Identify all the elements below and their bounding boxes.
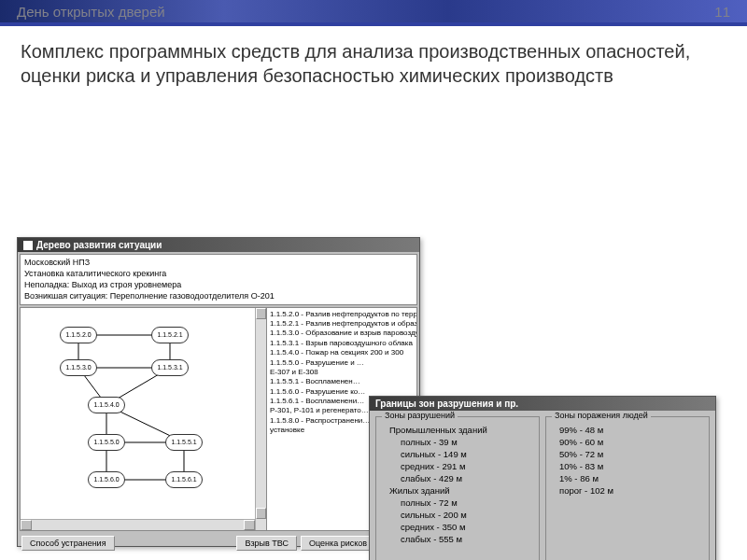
- scenario-item[interactable]: 1.1.5.2.1 - Разлив нефтепродуктов и обра…: [270, 319, 414, 329]
- injury-row: 10% - 83 м: [559, 461, 701, 471]
- scenario-item[interactable]: 1.1.5.5.0 - Разрушение и …: [270, 358, 414, 368]
- zone-row: слабых - 555 м: [401, 534, 531, 544]
- tree-window-titlebar[interactable]: Дерево развития ситуации: [18, 238, 419, 252]
- zone-row: средних - 350 м: [401, 522, 531, 532]
- tvs-button[interactable]: Взрыв ТВС: [236, 536, 297, 551]
- destruction-label: Зоны разрушений: [382, 411, 458, 420]
- scenario-item[interactable]: 1.1.5.2.0 - Разлив нефтепродуктов по тер…: [270, 310, 414, 319]
- injury-row: порог - 102 м: [559, 485, 701, 496]
- zone-row: полных - 72 м: [401, 497, 531, 508]
- zones-dialog-titlebar[interactable]: Границы зон разрушения и пр.: [370, 397, 715, 411]
- slide-header: День открытых дверей 11: [0, 0, 747, 26]
- graph-node[interactable]: 1.1.5.2.1: [151, 327, 189, 343]
- header-left: День открытых дверей: [17, 4, 165, 20]
- zone-row: сильных - 149 м: [401, 449, 531, 459]
- zone-row: сильных - 200 м: [401, 510, 531, 520]
- scenario-item[interactable]: 1.1.5.4.0 - Пожар на секциях 200 и 300: [270, 348, 414, 357]
- graph-node[interactable]: 1.1.5.5.1: [165, 434, 203, 451]
- graph-canvas[interactable]: 1.1.5.2.01.1.5.2.11.1.5.3.01.1.5.3.11.1.…: [20, 307, 267, 531]
- scrollbar-vertical[interactable]: [255, 308, 266, 530]
- graph-node[interactable]: 1.1.5.5.0: [88, 434, 125, 451]
- info-situation: Возникшая ситуация: Переполнение газовод…: [24, 290, 413, 301]
- scenario-item[interactable]: 1.1.5.5.1 - Воспламенен…: [270, 377, 414, 386]
- scroll-left-button[interactable]: [21, 520, 32, 530]
- graph-node[interactable]: 1.1.5.2.0: [60, 327, 97, 343]
- zone-row: полных - 39 м: [401, 437, 531, 447]
- main-button-bar: Способ устранения Взрыв ТВС Оценка риско…: [18, 533, 419, 553]
- graph-node[interactable]: 1.1.5.3.1: [151, 359, 189, 376]
- slide-title: Комплекс программных средств для анализа…: [0, 26, 747, 97]
- graph-node[interactable]: 1.1.5.4.0: [88, 397, 125, 413]
- info-fault: Неполадка: Выход из строя уровнемера: [24, 279, 413, 290]
- injury-row: 50% - 72 м: [559, 449, 701, 459]
- injury-zones-group: Зоны поражения людей 99% - 48 м90% - 60 …: [545, 416, 710, 560]
- app-icon: [23, 241, 33, 250]
- info-unit: Установка каталитического крекинга: [24, 268, 413, 279]
- zones-dialog-title: Границы зон разрушения и пр.: [375, 399, 518, 409]
- page-number: 11: [714, 4, 730, 20]
- scenario-item[interactable]: Е-307 и Е-308: [270, 368, 414, 377]
- tree-window: Дерево развития ситуации Московский НПЗ …: [17, 237, 420, 547]
- scenario-item[interactable]: 1.1.5.3.0 - Образование и взрыв паровозд…: [270, 329, 414, 338]
- info-plant: Московский НПЗ: [24, 257, 413, 268]
- tree-window-title: Дерево развития ситуации: [36, 240, 162, 250]
- zone-row: средних - 291 м: [401, 461, 531, 471]
- graph-node[interactable]: 1.1.5.6.1: [165, 471, 203, 488]
- injury-row: 90% - 60 м: [559, 437, 701, 447]
- scrollbar-horizontal[interactable]: [21, 519, 255, 530]
- zones-dialog: Границы зон разрушения и пр. Зоны разруш…: [369, 396, 716, 560]
- graph-node[interactable]: 1.1.5.3.0: [60, 359, 97, 376]
- injury-label: Зоны поражения людей: [552, 411, 651, 420]
- info-panel: Московский НПЗ Установка каталитического…: [20, 254, 417, 305]
- risk-button[interactable]: Оценка рисков: [301, 536, 375, 551]
- method-button[interactable]: Способ устранения: [21, 536, 115, 551]
- scenario-item[interactable]: 1.1.5.3.1 - Взрыв паровоздушного облака: [270, 339, 414, 348]
- injury-row: 99% - 48 м: [559, 425, 701, 435]
- zone-row: слабых - 429 м: [401, 473, 531, 483]
- industrial-heading: Промышленных зданий: [389, 425, 531, 435]
- destruction-zones-group: Зоны разрушений Промышленных зданий полн…: [375, 416, 540, 560]
- scroll-up-button[interactable]: [256, 308, 266, 319]
- injury-row: 1% - 86 м: [559, 473, 701, 483]
- scroll-right-button[interactable]: [244, 520, 255, 530]
- graph-node[interactable]: 1.1.5.6.0: [88, 471, 125, 488]
- residential-heading: Жилых зданий: [389, 485, 531, 496]
- scroll-down-button[interactable]: [256, 508, 266, 519]
